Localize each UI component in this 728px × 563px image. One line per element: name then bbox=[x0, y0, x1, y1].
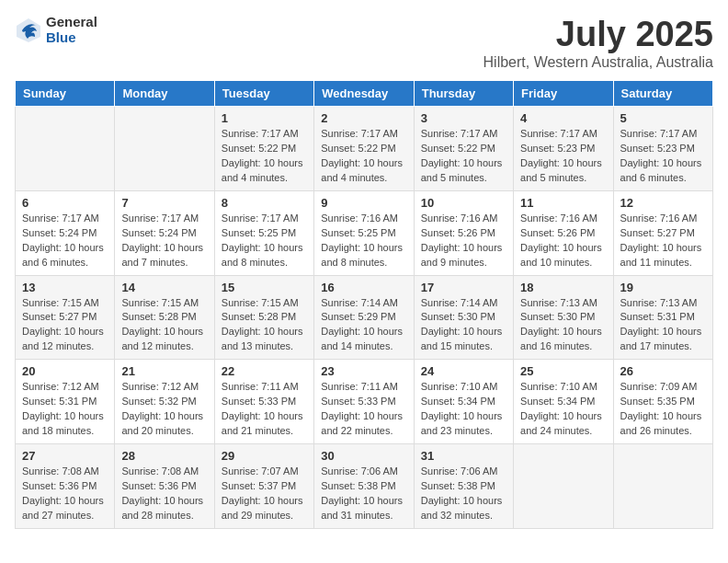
calendar-cell bbox=[514, 444, 613, 529]
day-number: 12 bbox=[620, 196, 706, 210]
day-info: Sunrise: 7:16 AMSunset: 5:25 PMDaylight:… bbox=[321, 212, 406, 270]
day-number: 11 bbox=[520, 196, 606, 210]
day-number: 30 bbox=[321, 449, 406, 463]
calendar-cell: 8Sunrise: 7:17 AMSunset: 5:25 PMDaylight… bbox=[214, 190, 313, 275]
day-info: Sunrise: 7:08 AMSunset: 5:36 PMDaylight:… bbox=[22, 465, 108, 523]
logo-general-text: General bbox=[46, 15, 97, 30]
day-info: Sunrise: 7:17 AMSunset: 5:22 PMDaylight:… bbox=[321, 127, 406, 186]
day-number: 20 bbox=[22, 364, 108, 378]
weekday-header-thursday: Thursday bbox=[414, 81, 513, 107]
calendar-cell: 23Sunrise: 7:11 AMSunset: 5:33 PMDayligh… bbox=[314, 360, 414, 444]
day-number: 1 bbox=[222, 111, 307, 125]
calendar-cell: 27Sunrise: 7:08 AMSunset: 5:36 PMDayligh… bbox=[16, 444, 115, 529]
calendar-cell: 14Sunrise: 7:15 AMSunset: 5:28 PMDayligh… bbox=[115, 275, 214, 360]
logo-text: General Blue bbox=[46, 15, 97, 45]
day-number: 21 bbox=[121, 364, 207, 378]
day-info: Sunrise: 7:17 AMSunset: 5:24 PMDaylight:… bbox=[22, 212, 108, 270]
calendar-cell: 15Sunrise: 7:15 AMSunset: 5:28 PMDayligh… bbox=[214, 275, 313, 360]
calendar-cell: 30Sunrise: 7:06 AMSunset: 5:38 PMDayligh… bbox=[314, 444, 414, 529]
day-number: 7 bbox=[121, 196, 207, 210]
week-row-5: 27Sunrise: 7:08 AMSunset: 5:36 PMDayligh… bbox=[16, 444, 713, 529]
day-info: Sunrise: 7:07 AMSunset: 5:37 PMDaylight:… bbox=[222, 465, 307, 523]
day-number: 24 bbox=[421, 364, 506, 378]
weekday-header-row: SundayMondayTuesdayWednesdayThursdayFrid… bbox=[16, 81, 713, 107]
calendar-cell bbox=[613, 444, 712, 529]
day-info: Sunrise: 7:16 AMSunset: 5:27 PMDaylight:… bbox=[620, 212, 706, 270]
calendar-cell: 5Sunrise: 7:17 AMSunset: 5:23 PMDaylight… bbox=[613, 107, 712, 191]
day-number: 3 bbox=[421, 111, 506, 125]
calendar-cell bbox=[115, 107, 214, 191]
calendar-cell: 3Sunrise: 7:17 AMSunset: 5:22 PMDaylight… bbox=[414, 107, 513, 191]
weekday-header-wednesday: Wednesday bbox=[314, 81, 414, 107]
day-info: Sunrise: 7:16 AMSunset: 5:26 PMDaylight:… bbox=[421, 212, 506, 270]
day-info: Sunrise: 7:14 AMSunset: 5:29 PMDaylight:… bbox=[321, 296, 406, 355]
location-title: Hilbert, Western Australia, Australia bbox=[483, 54, 713, 71]
calendar-cell: 13Sunrise: 7:15 AMSunset: 5:27 PMDayligh… bbox=[16, 275, 115, 360]
calendar-cell: 21Sunrise: 7:12 AMSunset: 5:32 PMDayligh… bbox=[115, 360, 214, 444]
weekday-header-friday: Friday bbox=[514, 81, 613, 107]
day-number: 17 bbox=[421, 281, 506, 294]
calendar-cell: 28Sunrise: 7:08 AMSunset: 5:36 PMDayligh… bbox=[115, 444, 214, 529]
day-number: 14 bbox=[121, 281, 207, 294]
calendar-cell: 11Sunrise: 7:16 AMSunset: 5:26 PMDayligh… bbox=[514, 190, 613, 275]
day-info: Sunrise: 7:08 AMSunset: 5:36 PMDaylight:… bbox=[121, 465, 207, 523]
weekday-header-saturday: Saturday bbox=[613, 81, 712, 107]
day-info: Sunrise: 7:16 AMSunset: 5:26 PMDaylight:… bbox=[520, 212, 606, 270]
day-info: Sunrise: 7:17 AMSunset: 5:24 PMDaylight:… bbox=[121, 212, 207, 270]
day-number: 5 bbox=[620, 111, 706, 125]
day-info: Sunrise: 7:11 AMSunset: 5:33 PMDaylight:… bbox=[321, 380, 406, 439]
day-info: Sunrise: 7:13 AMSunset: 5:31 PMDaylight:… bbox=[620, 296, 706, 355]
day-info: Sunrise: 7:17 AMSunset: 5:23 PMDaylight:… bbox=[520, 127, 606, 186]
header: General Blue July 2025 Hilbert, Western … bbox=[15, 15, 713, 71]
day-number: 26 bbox=[620, 364, 706, 378]
calendar-cell: 24Sunrise: 7:10 AMSunset: 5:34 PMDayligh… bbox=[414, 360, 513, 444]
day-info: Sunrise: 7:10 AMSunset: 5:34 PMDaylight:… bbox=[520, 380, 606, 439]
day-info: Sunrise: 7:17 AMSunset: 5:25 PMDaylight:… bbox=[222, 212, 307, 270]
logo: General Blue bbox=[15, 15, 97, 45]
day-number: 15 bbox=[222, 281, 307, 294]
day-number: 29 bbox=[222, 449, 307, 463]
calendar-table: SundayMondayTuesdayWednesdayThursdayFrid… bbox=[15, 80, 713, 529]
logo-blue-text: Blue bbox=[46, 30, 97, 46]
day-info: Sunrise: 7:13 AMSunset: 5:30 PMDaylight:… bbox=[520, 296, 606, 355]
day-info: Sunrise: 7:12 AMSunset: 5:31 PMDaylight:… bbox=[22, 380, 108, 439]
day-number: 27 bbox=[22, 449, 108, 463]
day-info: Sunrise: 7:15 AMSunset: 5:27 PMDaylight:… bbox=[22, 296, 108, 355]
weekday-header-tuesday: Tuesday bbox=[214, 81, 313, 107]
day-number: 6 bbox=[22, 196, 108, 210]
day-number: 10 bbox=[421, 196, 506, 210]
day-info: Sunrise: 7:14 AMSunset: 5:30 PMDaylight:… bbox=[421, 296, 506, 355]
day-number: 16 bbox=[321, 281, 406, 294]
title-area: July 2025 Hilbert, Western Australia, Au… bbox=[483, 15, 713, 71]
day-number: 9 bbox=[321, 196, 406, 210]
day-number: 23 bbox=[321, 364, 406, 378]
day-info: Sunrise: 7:11 AMSunset: 5:33 PMDaylight:… bbox=[222, 380, 307, 439]
calendar-cell: 16Sunrise: 7:14 AMSunset: 5:29 PMDayligh… bbox=[314, 275, 414, 360]
calendar-cell: 29Sunrise: 7:07 AMSunset: 5:37 PMDayligh… bbox=[214, 444, 313, 529]
day-number: 19 bbox=[620, 281, 706, 294]
day-info: Sunrise: 7:12 AMSunset: 5:32 PMDaylight:… bbox=[121, 380, 207, 439]
calendar-cell: 26Sunrise: 7:09 AMSunset: 5:35 PMDayligh… bbox=[613, 360, 712, 444]
week-row-4: 20Sunrise: 7:12 AMSunset: 5:31 PMDayligh… bbox=[16, 360, 713, 444]
day-number: 28 bbox=[121, 449, 207, 463]
day-info: Sunrise: 7:10 AMSunset: 5:34 PMDaylight:… bbox=[421, 380, 506, 439]
day-number: 31 bbox=[421, 449, 506, 463]
day-number: 2 bbox=[321, 111, 406, 125]
weekday-header-sunday: Sunday bbox=[16, 81, 115, 107]
calendar-cell: 12Sunrise: 7:16 AMSunset: 5:27 PMDayligh… bbox=[613, 190, 712, 275]
day-number: 22 bbox=[222, 364, 307, 378]
day-info: Sunrise: 7:15 AMSunset: 5:28 PMDaylight:… bbox=[222, 296, 307, 355]
calendar-cell: 25Sunrise: 7:10 AMSunset: 5:34 PMDayligh… bbox=[514, 360, 613, 444]
calendar-cell: 17Sunrise: 7:14 AMSunset: 5:30 PMDayligh… bbox=[414, 275, 513, 360]
calendar-cell: 19Sunrise: 7:13 AMSunset: 5:31 PMDayligh… bbox=[613, 275, 712, 360]
day-number: 4 bbox=[520, 111, 606, 125]
calendar-cell: 2Sunrise: 7:17 AMSunset: 5:22 PMDaylight… bbox=[314, 107, 414, 191]
day-info: Sunrise: 7:15 AMSunset: 5:28 PMDaylight:… bbox=[121, 296, 207, 355]
day-number: 18 bbox=[520, 281, 606, 294]
day-number: 25 bbox=[520, 364, 606, 378]
day-number: 13 bbox=[22, 281, 108, 294]
day-info: Sunrise: 7:17 AMSunset: 5:22 PMDaylight:… bbox=[421, 127, 506, 186]
calendar-cell bbox=[16, 107, 115, 191]
day-info: Sunrise: 7:17 AMSunset: 5:23 PMDaylight:… bbox=[620, 127, 706, 186]
calendar-cell: 1Sunrise: 7:17 AMSunset: 5:22 PMDaylight… bbox=[214, 107, 313, 191]
